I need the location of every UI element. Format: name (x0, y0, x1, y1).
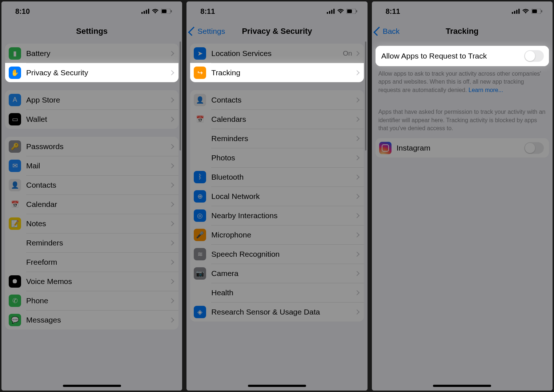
instagram-toggle[interactable] (524, 142, 544, 154)
toggle-row-group: Allow Apps to Request to Track (376, 46, 549, 66)
row-label: Mail (26, 161, 170, 170)
scroll-indicator[interactable] (365, 41, 366, 151)
scroll-indicator[interactable] (180, 41, 181, 151)
chevron-left-icon (373, 27, 382, 36)
row-icon: ≋ (194, 248, 206, 260)
toggle-label: Allow Apps to Request to Track (379, 52, 524, 60)
learn-more-link[interactable]: Learn more... (469, 87, 503, 93)
settings-row[interactable]: ᛒBluetooth (190, 167, 364, 187)
wifi-icon (522, 7, 529, 16)
chevron-right-icon (169, 144, 174, 149)
settings-row[interactable]: 📅Calendar (5, 195, 178, 214)
row-label: Reminders (211, 134, 355, 143)
svg-rect-15 (514, 11, 515, 14)
back-label: Settings (197, 27, 225, 36)
settings-row[interactable]: 👤Contacts (190, 90, 364, 109)
row-label: Speech Recognition (211, 250, 355, 259)
chevron-right-icon (169, 97, 174, 102)
row-icon: ᛒ (194, 171, 206, 183)
chevron-right-icon (354, 290, 360, 295)
settings-row[interactable]: ⏺Voice Memos (5, 272, 178, 291)
status-bar: 8:10 (1, 1, 182, 21)
settings-row[interactable]: 📅Calendars (190, 109, 364, 129)
row-icon: A (9, 94, 21, 106)
chevron-right-icon (169, 70, 174, 75)
row-label: Passwords (26, 142, 170, 151)
svg-rect-5 (162, 9, 166, 13)
settings-row[interactable]: ⋮Reminders (190, 129, 364, 148)
settings-row[interactable]: ◈Research Sensor & Usage Data (190, 302, 364, 321)
svg-rect-16 (516, 10, 518, 14)
row-icon: 👤 (194, 94, 206, 106)
row-icon: 💬 (9, 314, 21, 326)
row-icon: ▮ (9, 47, 21, 60)
row-icon: ◎ (194, 209, 206, 222)
settings-row[interactable]: ✉Mail (5, 156, 178, 175)
app-row-instagram[interactable]: Instagram (376, 138, 549, 157)
settings-row[interactable]: ⋮Reminders (5, 233, 178, 252)
svg-rect-2 (146, 10, 147, 14)
row-label: Contacts (26, 181, 170, 189)
settings-group: 👤Contacts📅Calendars⋮Reminders✿PhotosᛒBlu… (190, 90, 364, 321)
battery-icon (346, 7, 357, 16)
settings-row[interactable]: ⊕Local Network (190, 187, 364, 206)
svg-rect-20 (541, 10, 542, 12)
chevron-right-icon (169, 51, 174, 56)
svg-rect-1 (144, 11, 145, 14)
screen-privacy: 8:11 Settings Privacy & Security ➤Locati… (186, 1, 367, 391)
settings-row[interactable]: 🎤Microphone (190, 225, 364, 244)
home-indicator[interactable] (433, 385, 491, 387)
settings-row[interactable]: ✿Photos (190, 148, 364, 167)
cellular-icon (327, 7, 335, 16)
row-icon: ⋮ (194, 132, 206, 145)
settings-row[interactable]: ♥Health (190, 283, 364, 302)
chevron-right-icon (354, 193, 360, 199)
settings-row[interactable]: 🔑Passwords (5, 137, 178, 156)
settings-row[interactable]: ✆Phone (5, 291, 178, 310)
row-label: Local Network (211, 192, 355, 201)
svg-rect-12 (347, 9, 352, 13)
row-icon: 🎤 (194, 229, 206, 241)
row-label: Tracking (211, 68, 355, 77)
status-bar: 8:11 (372, 1, 553, 21)
row-label: Phone (26, 296, 170, 305)
allow-tracking-toggle[interactable] (524, 50, 544, 62)
wifi-icon (152, 7, 159, 16)
back-button[interactable]: Settings (190, 27, 225, 36)
row-label: Microphone (211, 231, 355, 239)
home-indicator[interactable] (248, 385, 306, 387)
home-indicator[interactable] (63, 385, 121, 387)
settings-row[interactable]: 👤Contacts (5, 175, 178, 195)
svg-rect-8 (329, 11, 330, 14)
allow-tracking-row[interactable]: Allow Apps to Request to Track (376, 46, 549, 66)
footnote-primary: Allow apps to ask to track your activity… (372, 66, 553, 96)
row-label: Battery (26, 49, 170, 58)
screen-settings: 8:10 Settings ▮Battery✋Privacy & Securit… (1, 1, 182, 391)
chevron-right-icon (354, 155, 360, 160)
row-icon: ✋ (9, 67, 21, 79)
back-button[interactable]: Back (376, 27, 400, 36)
chevron-right-icon (354, 116, 360, 121)
settings-row[interactable]: 📷Camera (190, 264, 364, 283)
nav-bar: Back Tracking (372, 21, 553, 41)
settings-row[interactable]: ≋Speech Recognition (190, 244, 364, 264)
settings-row[interactable]: AApp Store (5, 90, 178, 109)
settings-row[interactable]: ↪Tracking (190, 63, 364, 82)
svg-rect-7 (327, 12, 328, 14)
svg-rect-9 (331, 10, 333, 14)
settings-row[interactable]: ➤Location ServicesOn (190, 44, 364, 63)
settings-row[interactable]: 💬Messages (5, 310, 178, 329)
status-bar: 8:11 (186, 1, 367, 21)
settings-row[interactable]: ✋Privacy & Security (5, 63, 178, 82)
settings-row[interactable]: ◎Nearby Interactions (190, 206, 364, 225)
chevron-right-icon (169, 259, 174, 264)
settings-row[interactable]: ▮Battery (5, 44, 178, 63)
row-icon: ◈ (194, 306, 206, 318)
settings-row[interactable]: ∿Freeform (5, 252, 178, 272)
battery-icon (161, 7, 172, 16)
status-icons (141, 7, 172, 16)
settings-row[interactable]: 📝Notes (5, 214, 178, 233)
chevron-left-icon (188, 27, 197, 36)
row-label: Contacts (211, 96, 355, 104)
settings-row[interactable]: ▭Wallet (5, 109, 178, 129)
